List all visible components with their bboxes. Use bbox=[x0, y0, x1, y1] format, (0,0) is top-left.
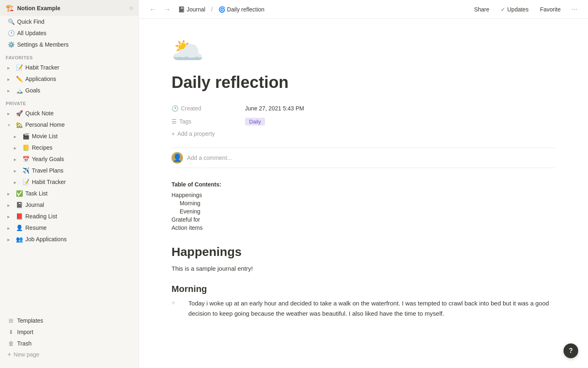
personal-home-label: Personal Home bbox=[25, 121, 65, 128]
breadcrumb-current-label: Daily reflection bbox=[227, 6, 265, 13]
comment-placeholder[interactable]: Add a comment... bbox=[187, 155, 232, 161]
travel-plans-label: Travel Plans bbox=[32, 167, 63, 174]
settings-label: Settings & Members bbox=[17, 41, 69, 48]
search-icon: 🔍 bbox=[7, 18, 15, 25]
rocket-icon: 🚀 bbox=[16, 110, 23, 117]
topbar-left: ← → 📓 Journal / 🌀 Daily reflection bbox=[147, 5, 266, 14]
sidebar-item-personal-home[interactable]: 🏡 Personal Home bbox=[2, 119, 137, 130]
people-icon: 👥 bbox=[16, 236, 23, 242]
sidebar-item-task-list[interactable]: ✅ Task List bbox=[2, 188, 137, 199]
sidebar-item-templates[interactable]: ⊞ Templates bbox=[2, 315, 137, 326]
sidebar-item-movie-list[interactable]: 🎬 Movie List bbox=[2, 130, 137, 142]
add-property-button[interactable]: + Add a property bbox=[172, 128, 555, 139]
add-property-label: Add a property bbox=[177, 130, 215, 137]
applications-fav-label: Applications bbox=[25, 76, 56, 82]
memo-icon: 📝 bbox=[22, 179, 29, 185]
toc-item-action[interactable]: Action items bbox=[172, 224, 555, 232]
sidebar-item-settings[interactable]: ⚙️ Settings & Members bbox=[2, 39, 137, 50]
new-page-button[interactable]: + New page bbox=[2, 349, 137, 360]
breadcrumb-current[interactable]: 🌀 Daily reflection bbox=[217, 5, 266, 13]
sidebar-item-job-applications[interactable]: 👥 Job Applications bbox=[2, 233, 137, 245]
house-icon: 🏡 bbox=[16, 121, 23, 128]
chevron-right-icon bbox=[14, 134, 20, 139]
breadcrumb-current-icon: 🌀 bbox=[218, 6, 225, 13]
yearly-goals-label: Yearly Goals bbox=[32, 156, 64, 162]
chevron-right-icon bbox=[14, 157, 20, 162]
sidebar-item-habit-tracker-fav[interactable]: 📝 Habit Tracker bbox=[2, 62, 137, 73]
toc-item-happenings[interactable]: Happenings bbox=[172, 191, 555, 199]
chevron-right-icon bbox=[7, 191, 13, 196]
created-value[interactable]: June 27, 2021 5:43 PM bbox=[245, 105, 304, 112]
properties-section: 🕐 Created June 27, 2021 5:43 PM ☰ Tags D… bbox=[172, 102, 555, 139]
sidebar-item-recipes[interactable]: 📒 Recipes bbox=[2, 142, 137, 153]
user-avatar: 👤 bbox=[172, 152, 183, 164]
tags-value[interactable]: Daily bbox=[245, 118, 265, 126]
breadcrumb-separator: / bbox=[211, 6, 213, 13]
sidebar-item-applications-fav[interactable]: ✏️ Applications bbox=[2, 73, 137, 85]
back-button[interactable]: ← bbox=[147, 5, 158, 14]
help-button[interactable]: ? bbox=[564, 343, 578, 358]
morning-text-block: + ⠿ Today i woke up at an early hour and… bbox=[172, 298, 555, 319]
chevron-right-icon bbox=[7, 111, 13, 116]
forward-button[interactable]: → bbox=[162, 5, 173, 14]
journal-icon: 📓 bbox=[16, 202, 23, 208]
favorites-list: 📝 Habit Tracker ✏️ Applications 🏔️ Goals bbox=[0, 62, 138, 96]
topbar: ← → 📓 Journal / 🌀 Daily reflection Share… bbox=[139, 0, 588, 19]
updates-button[interactable]: ✓ Updates bbox=[497, 5, 532, 14]
clock-icon: 🕐 bbox=[7, 30, 15, 36]
calendar-icon: 📅 bbox=[22, 156, 29, 162]
chevron-right-icon bbox=[7, 77, 13, 81]
sidebar-item-goals-fav[interactable]: 🏔️ Goals bbox=[2, 85, 137, 96]
property-created: 🕐 Created June 27, 2021 5:43 PM bbox=[172, 102, 555, 115]
plus-icon: + bbox=[7, 351, 11, 358]
pencil2-icon: ✏️ bbox=[16, 76, 23, 82]
chevron-right-icon bbox=[7, 226, 13, 230]
sidebar-item-trash[interactable]: 🗑 Trash bbox=[2, 338, 137, 349]
page-emoji-icon: 🌥️ bbox=[172, 35, 555, 66]
toc-item-morning[interactable]: Morning bbox=[172, 199, 555, 207]
sidebar-item-reading-list[interactable]: 📕 Reading List bbox=[2, 211, 137, 222]
goals-fav-label: Goals bbox=[25, 87, 40, 94]
sidebar-item-travel-plans[interactable]: ✈️ Travel Plans bbox=[2, 165, 137, 176]
import-label: Import bbox=[17, 329, 33, 335]
updates-label: Updates bbox=[507, 6, 528, 13]
pencil-icon: 📝 bbox=[16, 64, 23, 71]
quick-note-label: Quick Note bbox=[25, 110, 53, 117]
sidebar-item-habit-tracker-priv[interactable]: 📝 Habit Tracker bbox=[2, 176, 137, 188]
plus-prop-icon: + bbox=[172, 130, 175, 137]
comment-row[interactable]: 👤 Add a comment... bbox=[172, 148, 555, 168]
created-label: 🕐 Created bbox=[172, 105, 245, 112]
breadcrumb-journal-icon: 📓 bbox=[178, 6, 185, 13]
sidebar-item-resume[interactable]: 👤 Resume bbox=[2, 222, 137, 233]
more-button[interactable]: ··· bbox=[569, 4, 580, 14]
breadcrumb-journal[interactable]: 📓 Journal bbox=[176, 5, 207, 13]
chevron-down-icon bbox=[7, 123, 13, 127]
chevron-right-icon bbox=[7, 65, 13, 70]
chevron-right-icon bbox=[14, 180, 20, 184]
list-prop-icon: ☰ bbox=[172, 118, 177, 125]
global-nav: 🔍 Quick Find 🕐 All Updates ⚙️ Settings &… bbox=[0, 16, 138, 50]
favorite-label: Favorite bbox=[540, 6, 561, 13]
block-add-icon[interactable]: + bbox=[172, 299, 175, 307]
sidebar-item-all-updates[interactable]: 🕐 All Updates bbox=[2, 27, 137, 39]
sidebar-item-journal[interactable]: 📓 Journal bbox=[2, 199, 137, 211]
check-icon: ✅ bbox=[16, 190, 23, 197]
templates-icon: ⊞ bbox=[7, 317, 15, 324]
daily-tag[interactable]: Daily bbox=[245, 118, 265, 126]
reading-list-label: Reading List bbox=[25, 213, 57, 220]
chevron-right-icon bbox=[7, 88, 13, 93]
sidebar-item-quick-note[interactable]: 🚀 Quick Note bbox=[2, 108, 137, 119]
sidebar-item-yearly-goals[interactable]: 📅 Yearly Goals bbox=[2, 153, 137, 165]
share-button[interactable]: Share bbox=[471, 5, 492, 14]
chevron-right-icon bbox=[7, 237, 13, 242]
sidebar-item-import[interactable]: ⬇ Import bbox=[2, 326, 137, 338]
favorites-section-label: FAVORITES bbox=[0, 50, 138, 62]
toc-item-grateful[interactable]: Grateful for bbox=[172, 215, 555, 224]
sidebar-item-quick-find[interactable]: 🔍 Quick Find bbox=[2, 16, 137, 27]
resume-label: Resume bbox=[25, 224, 47, 231]
workspace-header[interactable]: 🏗️ Notion Example ◇ bbox=[0, 0, 138, 16]
table-of-contents: Table of Contents: Happenings Morning Ev… bbox=[172, 181, 555, 232]
trash-label: Trash bbox=[17, 340, 31, 347]
favorite-button[interactable]: Favorite bbox=[537, 5, 564, 14]
toc-item-evening[interactable]: Evening bbox=[172, 207, 555, 215]
